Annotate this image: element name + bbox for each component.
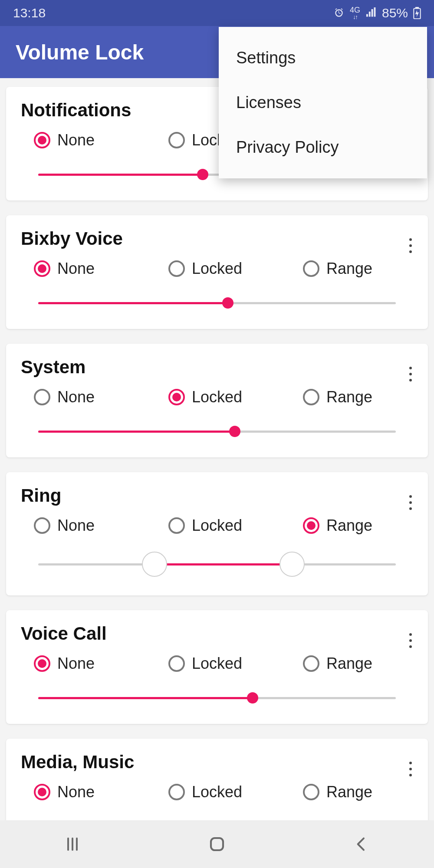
signal-icon <box>365 7 377 19</box>
battery-charging-icon <box>413 7 421 19</box>
radio-range[interactable]: Range <box>303 783 372 801</box>
volume-slider[interactable] <box>38 687 396 708</box>
alarm-icon <box>333 7 345 19</box>
svg-rect-1 <box>415 7 419 9</box>
more-vert-icon <box>409 367 412 381</box>
radio-range[interactable]: Range <box>303 260 372 278</box>
overflow-button[interactable] <box>402 492 419 513</box>
card-title: Ring <box>21 485 413 506</box>
radio-none[interactable]: None <box>34 516 168 535</box>
card-title: System <box>21 357 413 378</box>
status-time: 13:18 <box>13 6 46 20</box>
menu-settings[interactable]: Settings <box>219 36 427 80</box>
radio-none[interactable]: None <box>34 131 168 149</box>
radio-label: Range <box>326 783 372 801</box>
radio-icon <box>34 784 50 800</box>
card-media-music: Media, Music None Locked Range <box>6 739 428 820</box>
radio-none[interactable]: None <box>34 654 168 673</box>
radio-icon <box>168 132 185 148</box>
slider-thumb[interactable] <box>197 169 208 180</box>
radio-icon <box>303 260 319 277</box>
radio-icon <box>34 132 50 148</box>
status-bar: 13:18 4G ↓↑ 85% <box>0 0 434 26</box>
network-4g-icon: 4G ↓↑ <box>350 6 360 20</box>
back-button[interactable] <box>335 831 388 857</box>
slider-thumb[interactable] <box>229 426 240 437</box>
radio-icon <box>168 389 185 405</box>
volume-slider[interactable] <box>38 816 396 820</box>
card-ring: Ring None Locked Range <box>6 472 428 595</box>
recents-button[interactable] <box>46 831 99 857</box>
radio-label: None <box>57 260 95 278</box>
card-title: Bixby Voice <box>21 228 413 249</box>
radio-group: None Locked Range <box>21 516 413 535</box>
card-bixby-voice: Bixby Voice None Locked Range <box>6 215 428 329</box>
range-thumb-low[interactable] <box>142 552 167 577</box>
range-thumb-high[interactable] <box>279 552 305 577</box>
radio-label: None <box>57 654 95 673</box>
more-vert-icon <box>409 633 412 648</box>
radio-icon <box>34 517 50 534</box>
card-voice-call: Voice Call None Locked Range <box>6 610 428 724</box>
radio-none[interactable]: None <box>34 783 168 801</box>
battery-percent: 85% <box>382 6 408 20</box>
radio-label: Locked <box>192 516 242 535</box>
overflow-button[interactable] <box>402 364 419 385</box>
radio-icon <box>168 260 185 277</box>
radio-locked[interactable]: Locked <box>168 260 303 278</box>
overflow-button[interactable] <box>402 235 419 256</box>
radio-label: Range <box>326 516 372 535</box>
menu-privacy-policy[interactable]: Privacy Policy <box>219 125 427 170</box>
radio-label: None <box>57 388 95 406</box>
radio-locked[interactable]: Locked <box>168 783 303 801</box>
range-slider[interactable] <box>30 549 404 580</box>
slider-fill <box>38 302 228 304</box>
more-vert-icon <box>409 495 412 510</box>
radio-label: Locked <box>192 783 242 801</box>
radio-group: None Locked Range <box>21 783 413 801</box>
system-nav-bar <box>0 820 434 868</box>
card-title: Media, Music <box>21 752 413 773</box>
radio-icon <box>34 260 50 277</box>
card-system: System None Locked Range <box>6 344 428 457</box>
radio-none[interactable]: None <box>34 260 168 278</box>
radio-icon <box>303 389 319 405</box>
overflow-menu: Settings Licenses Privacy Policy <box>219 27 427 178</box>
svg-rect-5 <box>211 838 223 850</box>
radio-icon <box>34 389 50 405</box>
radio-label: None <box>57 516 95 535</box>
radio-icon <box>168 784 185 800</box>
radio-locked[interactable]: Locked <box>168 654 303 673</box>
volume-slider[interactable] <box>38 421 396 442</box>
more-vert-icon <box>409 238 412 253</box>
radio-label: Range <box>326 260 372 278</box>
overflow-button[interactable] <box>402 630 419 651</box>
volume-slider[interactable] <box>38 293 396 313</box>
slider-fill <box>38 174 203 176</box>
radio-group: None Locked Range <box>21 260 413 278</box>
content-scroll[interactable]: Notifications None Locked Range <box>0 78 434 820</box>
radio-locked[interactable]: Locked <box>168 388 303 406</box>
app-title: Volume Lock <box>16 40 144 64</box>
menu-licenses[interactable]: Licenses <box>219 80 427 125</box>
radio-range[interactable]: Range <box>303 388 372 406</box>
slider-thumb[interactable] <box>247 692 258 704</box>
overflow-button[interactable] <box>402 759 419 779</box>
radio-range[interactable]: Range <box>303 516 372 535</box>
radio-label: Range <box>326 654 372 673</box>
radio-icon <box>303 655 319 672</box>
radio-locked[interactable]: Locked <box>168 516 303 535</box>
slider-fill <box>38 431 235 433</box>
radio-label: Range <box>326 388 372 406</box>
home-button[interactable] <box>191 831 243 857</box>
radio-group: None Locked Range <box>21 388 413 406</box>
radio-none[interactable]: None <box>34 388 168 406</box>
card-title: Voice Call <box>21 623 413 644</box>
radio-label: None <box>57 131 95 149</box>
radio-icon <box>303 784 319 800</box>
radio-icon <box>34 655 50 672</box>
radio-range[interactable]: Range <box>303 654 372 673</box>
radio-label: None <box>57 783 95 801</box>
more-vert-icon <box>409 762 412 776</box>
slider-thumb[interactable] <box>222 297 233 309</box>
